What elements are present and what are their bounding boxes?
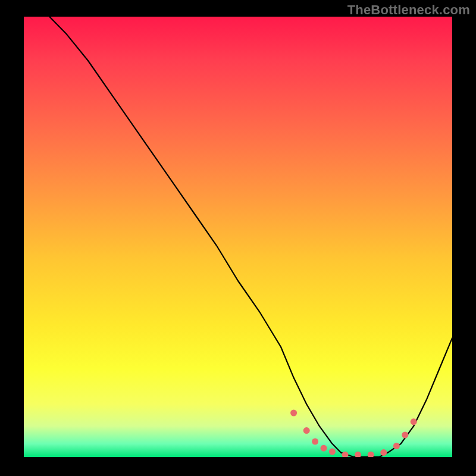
optimal-range-dot [303,427,310,434]
optimal-range-dot [368,452,374,457]
optimal-range-dot [355,452,361,457]
optimal-range-dot [402,432,408,439]
watermark-text: TheBottleneck.com [347,2,470,18]
plot-area [24,17,452,457]
optimal-range-dot [380,449,387,456]
optimal-range-dots [290,410,417,458]
optimal-range-dot [411,418,417,425]
optimal-range-dot [393,443,400,449]
optimal-range-dot [321,445,327,452]
chart-frame: TheBottleneck.com [0,0,476,476]
optimal-range-dot [290,410,297,416]
curve-layer [24,17,452,457]
bottleneck-curve-line [49,17,452,457]
optimal-range-dot [329,449,336,455]
optimal-range-dot [342,452,349,457]
optimal-range-dot [312,439,318,445]
